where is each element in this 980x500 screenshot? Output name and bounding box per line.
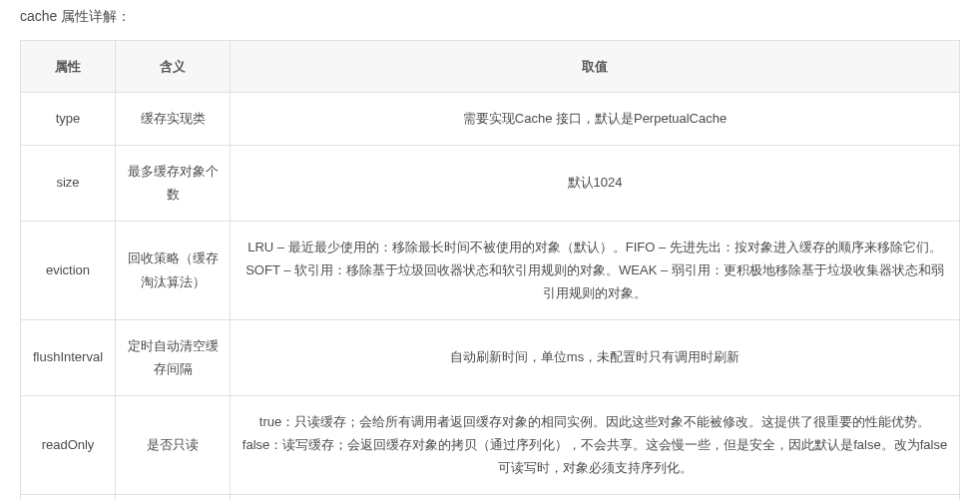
table-row: type 缓存实现类 需要实现Cache 接口，默认是PerpetualCach… bbox=[21, 93, 960, 145]
cell-attr: type bbox=[21, 93, 116, 145]
cell-value: true：只读缓存；会给所有调用者返回缓存对象的相同实例。因此这些对象不能被修改… bbox=[231, 395, 960, 494]
cell-meaning: 是否只读 bbox=[116, 395, 231, 494]
table-row: blocking 是否使用可重入锁实现缓存的并发控制 true，会使用Block… bbox=[21, 494, 960, 500]
cell-value: 自动刷新时间，单位ms，未配置时只有调用时刷新 bbox=[231, 319, 960, 395]
table-row: readOnly 是否只读 true：只读缓存；会给所有调用者返回缓存对象的相同… bbox=[21, 395, 960, 494]
table-row: eviction 回收策略（缓存淘汰算法） LRU – 最近最少使用的：移除最长… bbox=[21, 221, 960, 319]
cell-meaning: 回收策略（缓存淘汰算法） bbox=[116, 221, 231, 319]
header-meaning: 含义 bbox=[116, 41, 231, 93]
cell-value: LRU – 最近最少使用的：移除最长时间不被使用的对象（默认）。FIFO – 先… bbox=[231, 221, 960, 319]
cell-meaning: 缓存实现类 bbox=[116, 93, 231, 145]
cache-attributes-table: 属性 含义 取值 type 缓存实现类 需要实现Cache 接口，默认是Perp… bbox=[20, 40, 960, 500]
cell-attr: size bbox=[21, 145, 116, 221]
cell-attr: blocking bbox=[21, 494, 116, 500]
header-value: 取值 bbox=[231, 41, 960, 93]
table-row: flushInterval 定时自动清空缓存间隔 自动刷新时间，单位ms，未配置… bbox=[21, 319, 960, 395]
table-row: size 最多缓存对象个数 默认1024 bbox=[21, 145, 960, 221]
cell-meaning: 最多缓存对象个数 bbox=[116, 145, 231, 221]
cell-value: 默认1024 bbox=[231, 145, 960, 221]
table-header-row: 属性 含义 取值 bbox=[21, 41, 960, 93]
cell-meaning: 是否使用可重入锁实现缓存的并发控制 bbox=[116, 494, 231, 500]
cell-value: 需要实现Cache 接口，默认是PerpetualCache bbox=[231, 93, 960, 145]
cell-value: true，会使用BlockingCache 对Cache 进行装饰,默认fals… bbox=[231, 494, 960, 500]
cell-attr: eviction bbox=[21, 221, 116, 319]
cell-meaning: 定时自动清空缓存间隔 bbox=[116, 319, 231, 395]
page-title: cache 属性详解： bbox=[20, 8, 960, 26]
cell-attr: flushInterval bbox=[21, 319, 116, 395]
cell-attr: readOnly bbox=[21, 395, 116, 494]
header-attr: 属性 bbox=[21, 41, 116, 93]
